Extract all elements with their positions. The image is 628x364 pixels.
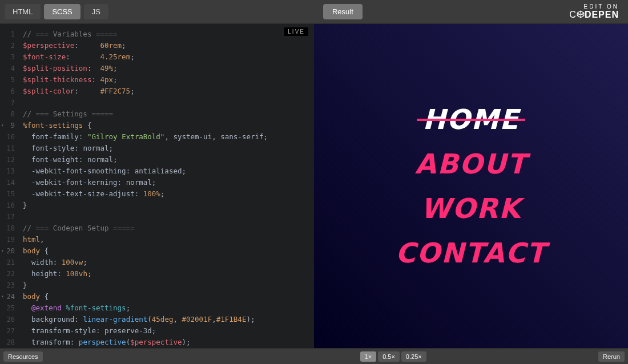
resources-button[interactable]: Resources <box>3 351 43 362</box>
tab-html[interactable]: HTML <box>5 4 41 19</box>
zoom-controls: 1× 0.5× 0.25× <box>360 351 426 362</box>
code-editor[interactable]: LIVE 12345678910111213141516171819202122… <box>0 24 314 348</box>
rerun-button[interactable]: Rerun <box>598 351 625 362</box>
bottom-toolbar: Resources 1× 0.5× 0.25× Rerun <box>0 348 628 364</box>
zoom-05x[interactable]: 0.5× <box>378 351 400 362</box>
top-toolbar: HTML SCSS JS Result EDIT ON CDEPEN <box>0 0 628 24</box>
menu-work[interactable]: WORK <box>421 192 521 224</box>
tab-result[interactable]: Result <box>323 4 363 19</box>
codepen-brand[interactable]: EDIT ON CDEPEN <box>565 3 623 20</box>
menu-about[interactable]: ABOUT <box>415 148 527 180</box>
line-gutter: 1234567891011121314151617181920212223242… <box>0 29 18 348</box>
live-badge: LIVE <box>284 27 308 36</box>
zoom-025x[interactable]: 0.25× <box>401 351 426 362</box>
tab-js[interactable]: JS <box>84 4 108 19</box>
tab-scss[interactable]: SCSS <box>44 4 80 19</box>
edit-on-label: EDIT ON <box>569 3 619 10</box>
editor-tabs: HTML SCSS JS <box>5 4 108 19</box>
menu-home[interactable]: HOME <box>422 103 520 135</box>
menu-contact[interactable]: CONTACT <box>396 237 546 269</box>
codepen-logo: CDEPEN <box>569 10 619 20</box>
code-content[interactable]: // === Variables =====$perspective: 60re… <box>23 29 268 348</box>
zoom-1x[interactable]: 1× <box>360 351 377 362</box>
main-area: LIVE 12345678910111213141516171819202122… <box>0 24 628 348</box>
codepen-icon <box>577 10 585 18</box>
result-preview: HOME ABOUT WORK CONTACT <box>314 24 628 348</box>
